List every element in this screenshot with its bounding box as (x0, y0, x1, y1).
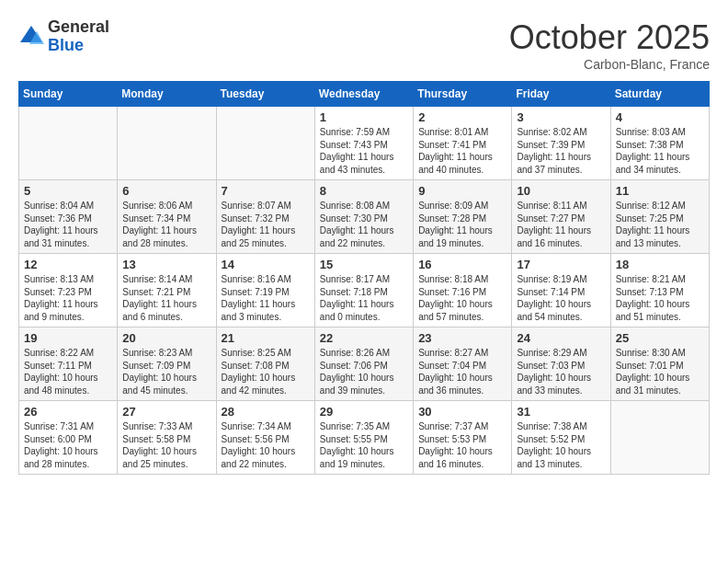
title-area: October 2025 Carbon-Blanc, France (509, 18, 710, 72)
calendar-cell: 22Sunrise: 8:26 AM Sunset: 7:06 PM Dayli… (314, 327, 413, 401)
column-header-tuesday: Tuesday (216, 82, 314, 107)
day-info: Sunrise: 8:13 AM Sunset: 7:23 PM Dayligh… (24, 273, 112, 323)
day-number: 11 (616, 184, 704, 198)
day-number: 7 (222, 184, 310, 198)
day-info: Sunrise: 7:38 AM Sunset: 5:52 PM Dayligh… (517, 420, 605, 470)
calendar-cell: 28Sunrise: 7:34 AM Sunset: 5:56 PM Dayli… (216, 401, 314, 475)
day-number: 29 (320, 405, 408, 419)
calendar-cell: 3Sunrise: 8:02 AM Sunset: 7:39 PM Daylig… (512, 107, 610, 180)
calendar-week-row: 12Sunrise: 8:13 AM Sunset: 7:23 PM Dayli… (19, 254, 710, 327)
day-number: 3 (517, 110, 605, 124)
calendar-cell: 21Sunrise: 8:25 AM Sunset: 7:08 PM Dayli… (216, 327, 314, 401)
day-number: 23 (418, 331, 506, 345)
day-info: Sunrise: 8:21 AM Sunset: 7:13 PM Dayligh… (616, 273, 704, 323)
day-number: 19 (24, 331, 112, 345)
day-info: Sunrise: 7:35 AM Sunset: 5:55 PM Dayligh… (320, 420, 408, 470)
calendar-table: SundayMondayTuesdayWednesdayThursdayFrid… (18, 81, 710, 475)
calendar-cell: 15Sunrise: 8:17 AM Sunset: 7:18 PM Dayli… (314, 254, 413, 327)
calendar-cell: 19Sunrise: 8:22 AM Sunset: 7:11 PM Dayli… (19, 327, 118, 401)
calendar-cell (216, 107, 314, 180)
calendar-cell: 25Sunrise: 8:30 AM Sunset: 7:01 PM Dayli… (610, 327, 709, 401)
day-info: Sunrise: 8:04 AM Sunset: 7:36 PM Dayligh… (24, 200, 112, 249)
day-number: 28 (222, 405, 310, 419)
day-info: Sunrise: 8:27 AM Sunset: 7:04 PM Dayligh… (418, 347, 506, 396)
day-info: Sunrise: 8:17 AM Sunset: 7:18 PM Dayligh… (320, 273, 408, 323)
day-number: 6 (122, 184, 210, 198)
day-number: 9 (418, 184, 506, 198)
calendar-cell (19, 107, 118, 180)
day-info: Sunrise: 8:30 AM Sunset: 7:01 PM Dayligh… (616, 347, 704, 396)
day-info: Sunrise: 8:25 AM Sunset: 7:08 PM Dayligh… (222, 347, 310, 396)
calendar-week-row: 5Sunrise: 8:04 AM Sunset: 7:36 PM Daylig… (19, 180, 710, 254)
day-info: Sunrise: 8:07 AM Sunset: 7:32 PM Dayligh… (222, 200, 310, 249)
day-number: 16 (418, 258, 506, 271)
calendar-week-row: 26Sunrise: 7:31 AM Sunset: 6:00 PM Dayli… (19, 401, 710, 475)
page-header: General Blue October 2025 Carbon-Blanc, … (18, 18, 710, 72)
day-info: Sunrise: 8:08 AM Sunset: 7:30 PM Dayligh… (320, 200, 408, 249)
column-header-thursday: Thursday (414, 82, 512, 107)
calendar-cell: 5Sunrise: 8:04 AM Sunset: 7:36 PM Daylig… (19, 180, 118, 254)
calendar-cell: 20Sunrise: 8:23 AM Sunset: 7:09 PM Dayli… (118, 327, 216, 401)
logo-blue-text: Blue (48, 37, 109, 55)
calendar-cell: 16Sunrise: 8:18 AM Sunset: 7:16 PM Dayli… (414, 254, 512, 327)
day-number: 17 (517, 258, 605, 271)
day-number: 18 (616, 258, 704, 271)
calendar-cell: 17Sunrise: 8:19 AM Sunset: 7:14 PM Dayli… (512, 254, 610, 327)
calendar-body: 1Sunrise: 7:59 AM Sunset: 7:43 PM Daylig… (19, 107, 710, 475)
day-info: Sunrise: 8:22 AM Sunset: 7:11 PM Dayligh… (24, 347, 112, 396)
day-number: 24 (517, 331, 605, 345)
day-number: 30 (418, 405, 506, 419)
calendar-cell: 8Sunrise: 8:08 AM Sunset: 7:30 PM Daylig… (314, 180, 413, 254)
day-number: 4 (616, 110, 704, 124)
day-number: 10 (517, 184, 605, 198)
calendar-cell: 7Sunrise: 8:07 AM Sunset: 7:32 PM Daylig… (216, 180, 314, 254)
day-number: 25 (616, 331, 704, 345)
calendar-cell: 26Sunrise: 7:31 AM Sunset: 6:00 PM Dayli… (19, 401, 118, 475)
calendar-cell (118, 107, 216, 180)
calendar-cell: 27Sunrise: 7:33 AM Sunset: 5:58 PM Dayli… (118, 401, 216, 475)
column-header-friday: Friday (512, 82, 610, 107)
calendar-cell: 29Sunrise: 7:35 AM Sunset: 5:55 PM Dayli… (314, 401, 413, 475)
day-number: 1 (320, 110, 408, 124)
calendar-week-row: 19Sunrise: 8:22 AM Sunset: 7:11 PM Dayli… (19, 327, 710, 401)
day-info: Sunrise: 8:14 AM Sunset: 7:21 PM Dayligh… (122, 273, 210, 323)
logo: General Blue (18, 18, 109, 55)
day-info: Sunrise: 8:29 AM Sunset: 7:03 PM Dayligh… (517, 347, 605, 396)
calendar-cell (610, 401, 709, 475)
column-header-saturday: Saturday (610, 82, 709, 107)
day-info: Sunrise: 8:12 AM Sunset: 7:25 PM Dayligh… (616, 200, 704, 249)
column-header-sunday: Sunday (19, 82, 118, 107)
day-number: 13 (122, 258, 210, 271)
calendar-cell: 10Sunrise: 8:11 AM Sunset: 7:27 PM Dayli… (512, 180, 610, 254)
day-info: Sunrise: 7:34 AM Sunset: 5:56 PM Dayligh… (222, 420, 310, 470)
calendar-cell: 2Sunrise: 8:01 AM Sunset: 7:41 PM Daylig… (414, 107, 512, 180)
calendar-cell: 18Sunrise: 8:21 AM Sunset: 7:13 PM Dayli… (610, 254, 709, 327)
calendar-cell: 1Sunrise: 7:59 AM Sunset: 7:43 PM Daylig… (314, 107, 413, 180)
day-info: Sunrise: 7:59 AM Sunset: 7:43 PM Dayligh… (320, 126, 408, 176)
day-info: Sunrise: 7:31 AM Sunset: 6:00 PM Dayligh… (24, 420, 112, 470)
day-number: 12 (24, 258, 112, 271)
calendar-cell: 30Sunrise: 7:37 AM Sunset: 5:53 PM Dayli… (414, 401, 512, 475)
day-number: 14 (222, 258, 310, 271)
day-info: Sunrise: 8:09 AM Sunset: 7:28 PM Dayligh… (418, 200, 506, 249)
calendar-cell: 6Sunrise: 8:06 AM Sunset: 7:34 PM Daylig… (118, 180, 216, 254)
calendar-cell: 11Sunrise: 8:12 AM Sunset: 7:25 PM Dayli… (610, 180, 709, 254)
calendar-cell: 31Sunrise: 7:38 AM Sunset: 5:52 PM Dayli… (512, 401, 610, 475)
day-info: Sunrise: 7:37 AM Sunset: 5:53 PM Dayligh… (418, 420, 506, 470)
day-info: Sunrise: 8:18 AM Sunset: 7:16 PM Dayligh… (418, 273, 506, 323)
logo-general-text: General (48, 18, 109, 37)
day-number: 15 (320, 258, 408, 271)
day-info: Sunrise: 8:26 AM Sunset: 7:06 PM Dayligh… (320, 347, 408, 396)
day-info: Sunrise: 8:03 AM Sunset: 7:38 PM Dayligh… (616, 126, 704, 176)
calendar-cell: 9Sunrise: 8:09 AM Sunset: 7:28 PM Daylig… (414, 180, 512, 254)
day-number: 2 (418, 110, 506, 124)
day-number: 20 (122, 331, 210, 345)
month-title: October 2025 (509, 18, 710, 57)
calendar-cell: 14Sunrise: 8:16 AM Sunset: 7:19 PM Dayli… (216, 254, 314, 327)
day-number: 27 (122, 405, 210, 419)
calendar-header-row: SundayMondayTuesdayWednesdayThursdayFrid… (19, 82, 710, 107)
location-subtitle: Carbon-Blanc, France (509, 57, 710, 72)
day-number: 22 (320, 331, 408, 345)
day-number: 31 (517, 405, 605, 419)
column-header-wednesday: Wednesday (314, 82, 413, 107)
